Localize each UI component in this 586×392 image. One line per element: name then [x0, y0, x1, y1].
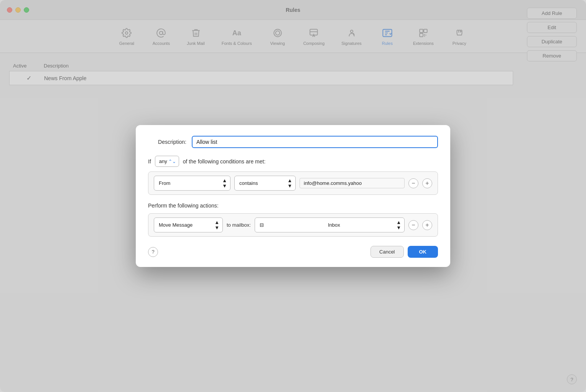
description-label: Description:	[148, 139, 186, 145]
condition-field-dropdown[interactable]: From ▲ ▼	[154, 176, 230, 191]
if-row: If any all ⌃⌄ of the following condition…	[148, 156, 438, 167]
add-action-button[interactable]: +	[422, 220, 432, 230]
action-type-value: Move Message	[159, 222, 212, 228]
description-input[interactable]	[192, 136, 438, 148]
action-type-chevrons: ▲ ▼	[214, 220, 219, 230]
ok-button[interactable]: OK	[408, 246, 438, 258]
condition-operator-value: contains	[239, 180, 285, 186]
modal-footer: ? Cancel OK	[148, 246, 438, 258]
any-dropdown[interactable]: any all	[155, 156, 179, 167]
main-window: Rules General Accounts	[0, 0, 586, 392]
condition-value-input[interactable]	[300, 178, 405, 188]
modal-help-button[interactable]: ?	[148, 247, 158, 257]
remove-condition-button[interactable]: −	[408, 178, 418, 188]
inbox-icon: ⊟	[260, 222, 326, 228]
description-row: Description:	[148, 136, 438, 148]
action-type-dropdown[interactable]: Move Message ▲ ▼	[154, 217, 223, 232]
if-label: If	[148, 158, 151, 165]
actions-label: Perform the following actions:	[148, 203, 438, 209]
mailbox-dropdown[interactable]: ⊟ Inbox ▲ ▼	[255, 217, 405, 232]
actions-section: Perform the following actions: Move Mess…	[148, 203, 438, 237]
mailbox-value: Inbox	[328, 222, 394, 228]
action-row: Move Message ▲ ▼ to mailbox: ⊟ Inbox	[148, 213, 438, 237]
add-condition-button[interactable]: +	[422, 178, 432, 188]
condition-operator-dropdown[interactable]: contains ▲ ▼	[234, 176, 296, 191]
rule-edit-modal: Description: If any all ⌃⌄ of the follow…	[136, 125, 450, 267]
to-mailbox-label: to mailbox:	[227, 222, 251, 228]
operator-chevrons: ▲ ▼	[287, 178, 292, 188]
condition-row: From ▲ ▼ contains ▲ ▼	[148, 171, 438, 195]
modal-overlay: Description: If any all ⌃⌄ of the follow…	[0, 0, 586, 392]
remove-action-button[interactable]: −	[408, 220, 418, 230]
condition-field-value: From	[159, 180, 220, 186]
conditions-text: of the following conditions are met:	[183, 158, 266, 165]
cancel-button[interactable]: Cancel	[370, 246, 403, 258]
field-chevrons: ▲ ▼	[222, 178, 227, 188]
any-dropdown-wrapper[interactable]: any all ⌃⌄	[155, 156, 179, 167]
conditions-section: If any all ⌃⌄ of the following condition…	[148, 156, 438, 195]
footer-buttons: Cancel OK	[370, 246, 438, 258]
mailbox-chevrons: ▲ ▼	[396, 220, 401, 230]
